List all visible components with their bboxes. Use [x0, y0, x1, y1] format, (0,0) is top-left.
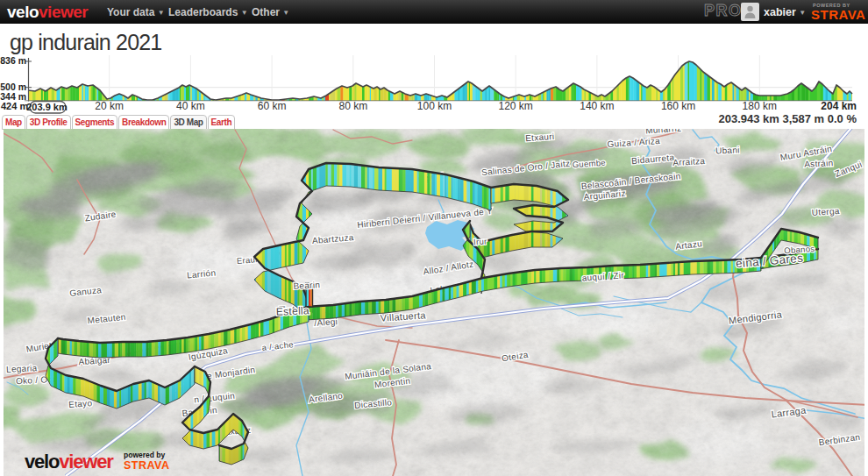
svg-text:203.9 km: 203.9 km	[26, 102, 68, 112]
svg-text:STRAVA: STRAVA	[124, 459, 170, 472]
svg-text:203.943 km 3,587 m 0.0 %: 203.943 km 3,587 m 0.0 %	[718, 112, 857, 125]
svg-text:Estella: Estella	[276, 304, 310, 317]
svg-text:20 km: 20 km	[95, 100, 124, 112]
svg-text:Ubani: Ubani	[715, 146, 740, 156]
svg-text:Etxauri: Etxauri	[525, 131, 555, 143]
svg-text:Astráin: Astráin	[804, 158, 834, 169]
svg-text:180 km: 180 km	[743, 100, 777, 112]
svg-text:60 km: 60 km	[258, 100, 287, 112]
svg-text:Arraitza: Arraitza	[672, 156, 706, 167]
svg-text:Uterga: Uterga	[811, 206, 840, 217]
svg-text:Etayo: Etayo	[68, 398, 93, 409]
svg-text:120 km: 120 km	[499, 100, 533, 112]
svg-text:Irur: Irur	[473, 236, 487, 246]
svg-text:powered by: powered by	[124, 451, 166, 459]
svg-text:836 m: 836 m	[0, 55, 26, 66]
svg-text:40 km: 40 km	[176, 100, 205, 112]
svg-text:100 km: 100 km	[417, 100, 452, 112]
svg-text:424 m: 424 m	[1, 101, 28, 111]
svg-text:140 km: 140 km	[580, 100, 614, 112]
svg-text:204 km: 204 km	[821, 100, 857, 112]
svg-text:160 km: 160 km	[661, 100, 695, 112]
svg-text:Legaria: Legaria	[6, 363, 38, 374]
svg-text:Bearin: Bearin	[293, 280, 320, 291]
svg-text:veloviewer: veloviewer	[25, 451, 114, 472]
svg-text:80 km: 80 km	[338, 100, 367, 112]
